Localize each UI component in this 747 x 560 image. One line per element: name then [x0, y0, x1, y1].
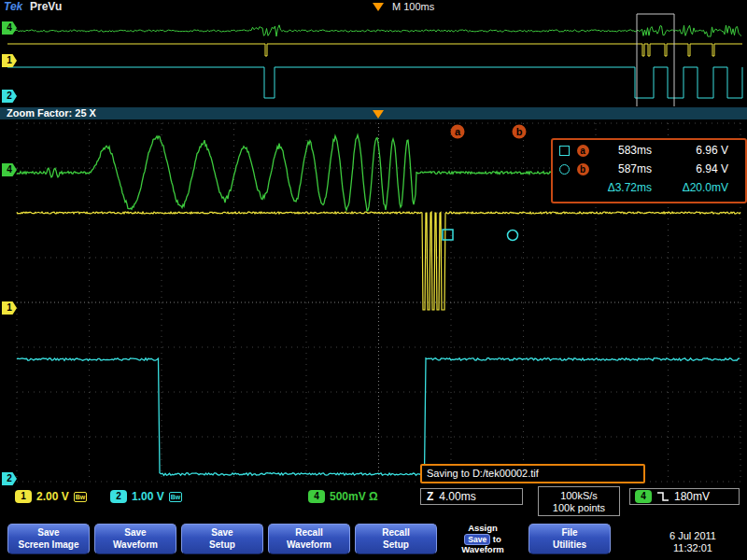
button-label: Save: [95, 527, 176, 539]
cursor-b-time: 587ms: [592, 162, 659, 175]
tek-logo: Tek: [4, 0, 22, 13]
channel2-readout: 2 1.00 V Bw: [110, 490, 182, 503]
svg-text:a: a: [455, 126, 461, 137]
cursor-b-circle-icon: [559, 164, 570, 175]
trigger-position-icon: [373, 3, 384, 11]
recall-waveform-button[interactable]: Recall Waveform: [268, 524, 350, 554]
button-label: Recall: [269, 527, 349, 539]
button-label: Screen Image: [8, 539, 89, 552]
main-timebase-label: M 100ms: [392, 1, 434, 12]
cursor-delta-value: Δ20.0mV: [659, 181, 736, 194]
channel2-pill: 2: [110, 490, 127, 503]
status-bar: 1 2.00 V Bw 2 1.00 V Bw 4 500mV Ω Z4.00m…: [0, 485, 747, 519]
cursor-a-value: 6.96 V: [659, 144, 736, 157]
button-label: Setup: [182, 539, 262, 552]
channel4-pill: 4: [308, 490, 325, 503]
trigger-level: 180mV: [674, 490, 710, 503]
cursor-a-time: 583ms: [592, 144, 659, 157]
assign-to-label: to: [493, 534, 501, 544]
bottom-menu-bar: Save Screen Image Save Waveform Save Set…: [0, 519, 747, 560]
time-label: 11:32:01: [646, 542, 740, 553]
button-label: Waveform: [269, 539, 349, 552]
channel1-readout: 1 2.00 V Bw: [15, 490, 87, 503]
channel1-bandwidth-icon: Bw: [74, 492, 88, 502]
svg-text:b: b: [516, 126, 523, 137]
overview-window: 4 1 2: [0, 13, 747, 107]
zoom-timebase-box: Z4.00ms: [420, 488, 523, 505]
date-label: 6 Jul 2011: [646, 530, 740, 541]
zoom-timebase-value: 4.00ms: [439, 490, 475, 503]
assign-waveform-label: Waveform: [443, 545, 523, 554]
cursor-a-square-icon: [559, 146, 570, 156]
channel2-bandwidth-icon: Bw: [169, 492, 183, 502]
save-waveform-button[interactable]: Save Waveform: [94, 524, 176, 554]
channel4-readout: 4 500mV Ω: [308, 490, 378, 503]
sample-rate: 100kS/s: [539, 490, 619, 501]
cursor-delta-time: Δ3.72ms: [592, 181, 659, 194]
record-length: 100k points: [539, 502, 619, 513]
button-label: File: [529, 527, 610, 539]
assign-save-to-waveform-button[interactable]: Assign Save to Waveform: [442, 524, 524, 554]
save-badge: Save: [464, 534, 490, 545]
trigger-readout-box: 4 180mV: [629, 488, 740, 505]
cursor-readout-box: a 583ms 6.96 V b 587ms 6.94 V Δ3.72ms Δ2…: [551, 138, 747, 203]
save-screen-image-button[interactable]: Save Screen Image: [7, 524, 90, 554]
button-label: Utilities: [529, 539, 610, 552]
zoom-factor-label: Zoom Factor: 25 X: [7, 107, 96, 119]
cursor-a-badge: a: [577, 145, 589, 157]
main-graticule: ab 4 1 2 a 583ms 6.96 V b 587ms 6.94 V Δ…: [0, 119, 747, 485]
cursor-b-badge: b: [577, 163, 589, 175]
zoom-factor-bar: Zoom Factor: 25 X: [0, 107, 747, 119]
channel2-scale: 1.00 V: [132, 490, 164, 503]
recall-setup-button[interactable]: Recall Setup: [355, 524, 437, 554]
channel1-scale: 2.00 V: [36, 490, 69, 503]
assign-mid-line: Save to: [443, 534, 523, 545]
button-label: Save: [8, 527, 89, 539]
button-label: Save: [182, 527, 262, 539]
acquisition-info-box: 100kS/s 100k points: [538, 486, 620, 516]
assign-label: Assign: [443, 524, 523, 533]
acquisition-mode-label: PreVu: [30, 0, 62, 13]
datetime-display: 6 Jul 2011 11:32:01: [646, 524, 740, 560]
channel4-scale: 500mV Ω: [330, 490, 378, 503]
cursor-b-value: 6.94 V: [659, 162, 736, 175]
button-label: Waveform: [95, 539, 176, 552]
save-setup-button[interactable]: Save Setup: [181, 524, 263, 554]
oscilloscope-screen: Tek PreVu M 100ms 4 1 2 Zoom Factor: 25 …: [0, 0, 747, 560]
top-status-bar: Tek PreVu M 100ms: [0, 0, 747, 13]
zoom-symbol: Z: [427, 490, 433, 503]
trigger-source-pill: 4: [635, 490, 652, 503]
button-label: Setup: [356, 539, 436, 552]
zoom-trigger-position-icon: [373, 110, 384, 119]
overview-waveforms: [0, 13, 747, 107]
button-label: Recall: [356, 527, 436, 539]
falling-edge-icon: [656, 491, 669, 502]
channel1-pill: 1: [15, 490, 32, 503]
saving-message-box: Saving to D:/tek00002.tif: [420, 464, 645, 483]
file-utilities-button[interactable]: File Utilities: [529, 524, 611, 554]
